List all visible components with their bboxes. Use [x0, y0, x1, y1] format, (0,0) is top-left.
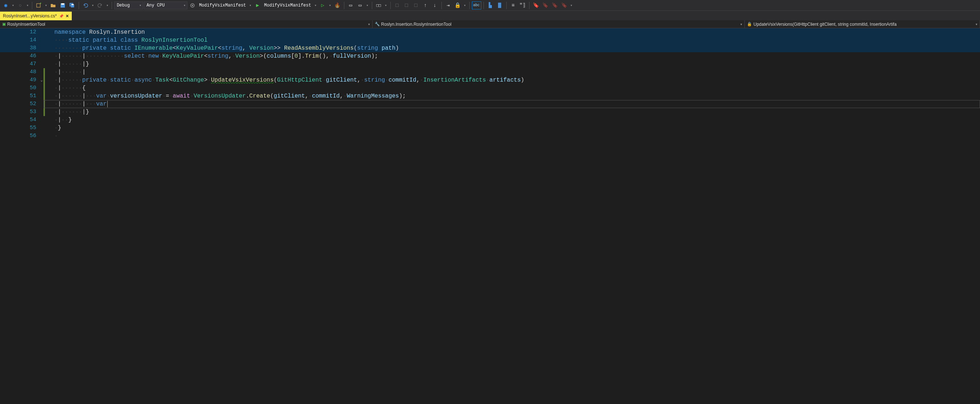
code-line: namespace Roslyn.Insertion — [43, 28, 980, 36]
code-text-area[interactable]: namespace Roslyn.Insertion ····static pa… — [43, 28, 980, 404]
main-toolbar: ◉ ▾ ○ ▾ ▾ ▾ ▾ Debug Any CPU ModifyVsixMa… — [0, 0, 980, 11]
lock-button[interactable]: 🔒 — [453, 2, 462, 10]
class-icon: 🔧 — [375, 22, 380, 27]
arrow-down-button[interactable]: ↓ — [431, 2, 439, 10]
code-line: ·|······| — [43, 68, 980, 76]
undo-button[interactable] — [81, 2, 90, 10]
redo-button[interactable] — [96, 2, 104, 10]
comment-block-button[interactable]: □ — [412, 2, 420, 10]
layout-button-1[interactable]: ▭ — [347, 2, 355, 10]
code-nav-bar: ▣ RoslynInsertionTool 🔧 Roslyn.Insertion… — [0, 20, 980, 28]
list-button[interactable]: ≡ — [509, 2, 517, 10]
nav-forward-button[interactable]: ○ — [16, 2, 25, 10]
nav-back-dropdown[interactable]: ▾ — [11, 3, 15, 8]
svg-rect-4 — [61, 3, 64, 5]
line-number: 48 — [0, 68, 43, 76]
indent-button[interactable]: ⇥ — [444, 2, 453, 10]
solution-platform-combo[interactable]: Any CPU — [144, 2, 188, 10]
svg-point-9 — [192, 5, 193, 6]
undo-icon — [83, 3, 88, 8]
code-line: ·|······|} — [43, 60, 980, 68]
code-line: · — [43, 132, 980, 140]
start-target-dropdown[interactable]: ▾ — [248, 3, 253, 8]
step-button[interactable]: □□ — [374, 2, 383, 10]
line-number: 46 — [0, 52, 43, 60]
uncomment-button[interactable]: □ — [402, 2, 411, 10]
redo-icon — [97, 3, 103, 8]
text-cursor — [107, 101, 108, 107]
code-line: ·|······{ — [43, 84, 980, 92]
play-outline-button[interactable]: ▷ — [318, 2, 327, 10]
code-line: ·|······|···var·versionsUpdater·=·await·… — [43, 92, 980, 100]
new-project-button[interactable] — [35, 2, 43, 10]
open-file-button[interactable] — [49, 2, 57, 10]
line-number: 53 — [0, 108, 43, 116]
code-line: ·|··} — [43, 116, 980, 124]
code-editor[interactable]: 12 14 38 46 47 48 49⌄ 50 51 52 53 54 55 … — [0, 28, 980, 404]
save-icon — [60, 3, 65, 8]
blue-tool-2[interactable]: ▐▌ — [495, 2, 504, 10]
document-tab[interactable]: RoslynInsert...yVersions.cs* 📌 ✕ — [0, 11, 72, 20]
bookmark-button[interactable]: 🔖 — [532, 2, 540, 10]
nav-type-combo[interactable]: 🔧 Roslyn.Insertion.RoslynInsertionTool — [372, 20, 745, 28]
code-line: ········private static IEnumerable<KeyVa… — [43, 44, 980, 52]
save-all-button[interactable] — [68, 2, 76, 10]
gear-play-icon — [189, 3, 195, 8]
line-number-gutter: 12 14 38 46 47 48 49⌄ 50 51 52 53 54 55 … — [0, 28, 43, 404]
start-target-label: ModifyVsixManifest — [197, 3, 248, 8]
code-line: ·|······|···········select·new·KeyValueP… — [43, 52, 980, 60]
svg-rect-0 — [37, 4, 40, 7]
document-tab-title: RoslynInsert...yVersions.cs* — [3, 13, 57, 19]
pin-icon[interactable]: 📌 — [59, 14, 64, 18]
line-number: 54 — [0, 116, 43, 124]
code-line: ·} — [43, 124, 980, 132]
line-number: 49⌄ — [0, 76, 43, 84]
line-number: 47 — [0, 60, 43, 68]
nav-member-combo[interactable]: 🔒 UpdateVsixVersions(GitHttpClient gitCl… — [745, 20, 980, 28]
line-number: 51 — [0, 92, 43, 100]
close-icon[interactable]: ✕ — [65, 14, 69, 19]
nav-type-label: Roslyn.Insertion.RoslynInsertionTool — [381, 22, 452, 27]
start-without-debug-button[interactable]: ▶ — [253, 2, 262, 10]
nav-member-label: UpdateVsixVersions(GitHttpClient gitClie… — [754, 22, 897, 27]
abc-highlight-button[interactable]: abc — [472, 2, 481, 10]
save-button[interactable] — [58, 2, 67, 10]
nav-project-label: RoslynInsertionTool — [7, 22, 45, 27]
code-line: ·|······private·static·async·Task<GitCha… — [43, 76, 980, 84]
new-project-icon — [36, 3, 42, 8]
layout-button-2[interactable]: ▭ — [356, 2, 364, 10]
line-number: 38 — [0, 44, 43, 52]
hot-reload-button[interactable]: 🔥 — [333, 2, 342, 10]
solution-platform-label: Any CPU — [146, 3, 165, 8]
line-number: 50 — [0, 84, 43, 92]
arrow-up-button[interactable]: ↑ — [421, 2, 430, 10]
method-lock-icon: 🔒 — [747, 22, 752, 27]
save-all-icon — [69, 3, 75, 8]
document-tab-bar: RoslynInsert...yVersions.cs* 📌 ✕ — [0, 11, 980, 20]
bookmark-next-button[interactable]: 🔖 — [550, 2, 559, 10]
bookmark-prev-button[interactable]: 🔖 — [541, 2, 550, 10]
folder-open-icon — [50, 3, 56, 8]
blue-tool-1[interactable]: ▙ — [486, 2, 495, 10]
line-number: 12 — [0, 28, 43, 36]
bookmark-clear-button[interactable]: 🔖 — [560, 2, 569, 10]
solution-config-combo[interactable]: Debug — [114, 2, 143, 10]
quote-button[interactable]: "⟧ — [518, 2, 527, 10]
nav-project-combo[interactable]: ▣ RoslynInsertionTool — [0, 20, 372, 28]
fold-chevron-icon[interactable]: ⌄ — [40, 76, 43, 84]
code-line: ····static partial class RoslynInsertion… — [43, 36, 980, 44]
line-number: 55 — [0, 124, 43, 132]
code-line-current: ·|······|···var — [43, 100, 980, 108]
code-line: ·|······|} — [43, 108, 980, 116]
svg-rect-7 — [72, 4, 73, 5]
solution-config-label: Debug — [117, 3, 130, 8]
start-nodebug-label: ModifyVsixManifest — [263, 3, 313, 8]
line-number: 56 — [0, 132, 43, 140]
nav-back-button[interactable]: ◉ — [2, 2, 10, 10]
comment-button[interactable]: □ — [393, 2, 402, 10]
line-number: 14 — [0, 36, 43, 44]
start-debug-button[interactable] — [188, 2, 197, 10]
csharp-project-icon: ▣ — [2, 22, 6, 27]
line-number: 52 — [0, 100, 43, 108]
